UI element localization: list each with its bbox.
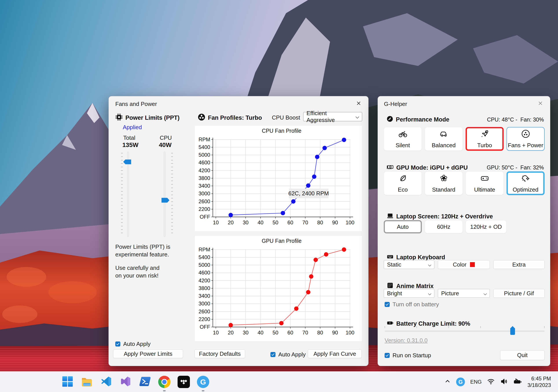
vscode-icon xyxy=(100,375,112,388)
power-limits-note-1: Power Limits (PPT) is experimental featu… xyxy=(115,243,170,259)
gamepad-icon xyxy=(480,174,489,184)
ghelper-tray-icon[interactable]: G xyxy=(456,377,465,386)
close-icon xyxy=(538,101,543,107)
svg-text:10: 10 xyxy=(213,219,219,225)
total-power-slider[interactable] xyxy=(127,152,129,237)
keyboard-color-button[interactable]: Color xyxy=(438,260,490,269)
svg-text:2200: 2200 xyxy=(199,206,210,212)
keyboard-mode-dropdown[interactable]: Static xyxy=(384,260,434,269)
file-explorer-button[interactable] xyxy=(80,375,94,389)
chip-icon xyxy=(115,113,123,122)
perf-silent-button[interactable]: Silent xyxy=(384,127,422,151)
rocket-icon xyxy=(480,129,489,140)
apply-fan-curve-button[interactable]: Apply Fan Curve xyxy=(308,349,362,358)
gpu-fan-chart[interactable]: OFF220026003000340038004200460050005400R… xyxy=(194,235,362,342)
windows-start-icon xyxy=(62,375,73,388)
svg-text:4600: 4600 xyxy=(199,159,210,166)
wifi-icon[interactable] xyxy=(487,377,495,386)
taskbar-apps: G xyxy=(61,375,210,389)
perf-fans-power-button[interactable]: Fans + Power xyxy=(506,127,545,151)
cpu-power-slider[interactable] xyxy=(164,152,166,237)
total-slider-thumb[interactable] xyxy=(123,159,131,164)
svg-text:2200: 2200 xyxy=(199,316,210,322)
applied-status[interactable]: Applied xyxy=(123,124,142,131)
start-button[interactable] xyxy=(61,375,75,389)
svg-text:GPU Fan Profile: GPU Fan Profile xyxy=(262,238,301,244)
optimized-icon xyxy=(521,174,530,184)
cpu-fan-chart[interactable]: OFF220026003000340038004200460050005400R… xyxy=(194,125,362,231)
svg-text:30: 30 xyxy=(243,219,249,225)
battery-charging-icon[interactable] xyxy=(513,378,522,386)
taskbar-clock[interactable]: 6:45 PM 3/18/2023 xyxy=(527,375,551,389)
svg-text:3000: 3000 xyxy=(199,191,210,196)
perf-balanced-button[interactable]: Balanced xyxy=(425,127,463,151)
svg-text:RPM: RPM xyxy=(199,136,210,142)
svg-text:3800: 3800 xyxy=(199,175,210,181)
gpu-ultimate-button[interactable]: Ultimate xyxy=(466,171,504,195)
total-slider-ticks xyxy=(121,153,123,236)
tidal-button[interactable] xyxy=(177,375,191,389)
turn-off-on-battery-row: Turn off on battery xyxy=(385,301,439,308)
svg-text:OFF: OFF xyxy=(200,214,210,220)
close-button[interactable] xyxy=(535,99,546,108)
total-slider-label: Total xyxy=(123,134,135,141)
svg-text:4600: 4600 xyxy=(199,270,210,275)
ghelper-taskbar-button[interactable]: G xyxy=(196,375,210,389)
powershell-icon xyxy=(139,375,151,389)
chrome-button[interactable] xyxy=(157,375,171,389)
run-on-startup-checkbox[interactable] xyxy=(385,353,390,358)
svg-text:30: 30 xyxy=(243,330,249,335)
visual-studio-button[interactable] xyxy=(119,375,133,389)
volume-icon[interactable] xyxy=(500,377,508,386)
screen-auto-button[interactable]: Auto xyxy=(384,220,422,233)
auto-apply-power-checkbox[interactable] xyxy=(115,342,120,347)
factory-defaults-button[interactable]: Factory Defaults xyxy=(194,349,245,358)
language-indicator[interactable]: ENG xyxy=(470,379,482,385)
svg-text:5000: 5000 xyxy=(199,262,210,268)
gpu-standard-button[interactable]: Standard xyxy=(425,171,463,195)
apply-power-limits-button[interactable]: Apply Power Limits xyxy=(113,349,183,358)
cpu-boost-dropdown[interactable]: Efficient Aggressive xyxy=(303,112,362,121)
window-title: Fans and Power xyxy=(115,101,157,108)
picture-gif-button[interactable]: Picture / Gif xyxy=(493,289,545,298)
speedometer-icon xyxy=(387,116,393,124)
quit-button[interactable]: Quit xyxy=(500,350,545,360)
chevron-down-icon xyxy=(355,113,359,120)
turn-off-on-battery-checkbox[interactable] xyxy=(385,302,390,307)
svg-text:60: 60 xyxy=(287,330,293,335)
powershell-button[interactable] xyxy=(138,375,152,389)
bicycle-icon xyxy=(398,129,408,140)
perf-turbo-button[interactable]: Turbo xyxy=(466,127,504,151)
close-button[interactable] xyxy=(353,99,364,108)
keyboard-extra-button[interactable]: Extra xyxy=(493,260,545,269)
svg-text:3400: 3400 xyxy=(199,293,210,299)
fan-profiles-header: Fan Profiles: Turbo xyxy=(198,113,262,122)
running-indicator xyxy=(202,390,204,391)
cpu-slider-thumb[interactable] xyxy=(162,198,169,203)
svg-text:80: 80 xyxy=(317,330,323,335)
fan-icon xyxy=(521,129,530,140)
version-link[interactable]: Version: 0.31.0.0 xyxy=(385,337,427,344)
svg-text:70: 70 xyxy=(302,219,308,225)
screen-120hz-od-button[interactable]: 120Hz + OD xyxy=(466,220,506,233)
svg-text:40: 40 xyxy=(258,219,264,225)
vscode-button[interactable] xyxy=(99,375,113,389)
anime-mode-dropdown[interactable]: Picture xyxy=(438,289,490,298)
file-explorer-icon xyxy=(81,375,93,389)
auto-apply-fan-checkbox[interactable] xyxy=(270,352,276,357)
svg-text:5400: 5400 xyxy=(199,254,210,260)
battery-charge-slider[interactable] xyxy=(385,331,545,332)
tidal-icon xyxy=(178,376,190,388)
gpu-eco-button[interactable]: Eco xyxy=(384,171,422,195)
power-limits-header: Power Limits (PPT) xyxy=(115,113,180,122)
screen-60hz-button[interactable]: 60Hz xyxy=(425,220,463,233)
svg-text:4200: 4200 xyxy=(199,277,210,284)
tray-chevron-up-icon[interactable] xyxy=(444,378,451,386)
auto-apply-fan-label: Auto Apply xyxy=(278,351,306,358)
svg-text:60: 60 xyxy=(287,219,293,225)
anime-brightness-dropdown[interactable]: Bright xyxy=(384,289,434,298)
flower-icon xyxy=(439,174,448,184)
svg-text:5000: 5000 xyxy=(199,152,210,158)
gpu-optimized-button[interactable]: Optimized xyxy=(506,171,545,195)
svg-text:50: 50 xyxy=(273,330,279,335)
